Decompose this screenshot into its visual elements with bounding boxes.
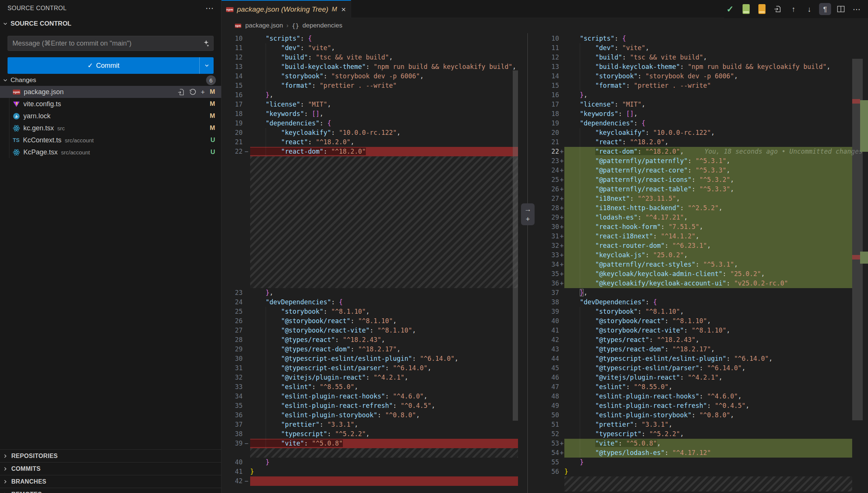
code-line: 12 "build": "tsc && vite build", <box>548 53 868 62</box>
code-text: } <box>564 458 868 467</box>
diff-marker <box>559 382 564 392</box>
line-number: 34 <box>222 392 243 401</box>
scm-file-row[interactable]: yarn.lockM <box>0 110 221 122</box>
code-text: "dev": "vite", <box>564 43 868 53</box>
code-line: 41 "@storybook/react-vite": "^8.1.10", <box>548 326 868 335</box>
stage-plus-icon[interactable]: + <box>526 215 530 223</box>
sidebar-section-remotes[interactable]: REMOTES <box>0 488 221 493</box>
diff-marker <box>243 429 250 439</box>
code-text: "keywords": [], <box>250 109 518 119</box>
code-text: } <box>250 467 518 476</box>
open-file-icon-button[interactable] <box>772 3 784 15</box>
line-number: 29 <box>548 213 559 222</box>
code-text: "@types/react": "^18.2.43", <box>564 335 868 345</box>
code-text: "scripts": { <box>250 34 518 43</box>
scm-file-row[interactable]: TSKcContext.tssrc/accountU <box>0 134 221 146</box>
line-number: 24 <box>548 166 559 175</box>
code-text: "dev": "vite", <box>250 43 518 53</box>
sidebar-section-branches[interactable]: BRANCHES <box>0 475 221 488</box>
editor-area: npm package.json (Working Tree) M × ✓↑↓¶… <box>222 0 868 493</box>
code-text: "react": "^18.2.0", <box>564 137 868 147</box>
code-text: "storybook": "storybook dev -p 6006", <box>564 72 868 81</box>
commit-dropdown-button[interactable] <box>199 57 214 74</box>
check-icon: ✓ <box>87 61 93 70</box>
line-number: 15 <box>222 81 243 90</box>
revert-arrow-icon[interactable]: → <box>524 205 532 214</box>
code-text: "devDependencies": { <box>564 298 868 307</box>
scm-file-row[interactable]: KcPage.tsxsrc/accountU <box>0 146 221 158</box>
check-icon-button[interactable]: ✓ <box>724 3 736 15</box>
diff-marker <box>559 411 564 420</box>
code-line: 15 "format": "prettier . --write" <box>222 81 518 90</box>
diff-marker <box>243 53 250 62</box>
line-number: 40 <box>548 316 559 326</box>
sidebar-section-repositories[interactable]: REPOSITORIES <box>0 449 221 462</box>
changes-section-header[interactable]: Changes 6 <box>0 75 221 86</box>
code-text: "format": "prettier . --write" <box>564 81 868 90</box>
code-text: "lodash-es": "^4.17.21", <box>564 213 868 222</box>
code-text: "devDependencies": { <box>250 298 518 307</box>
breadcrumb-member[interactable]: dependencies <box>303 22 342 29</box>
pilcrow-icon-button[interactable]: ¶ <box>819 3 831 15</box>
code-line: 44 "@typescript-eslint/eslint-plugin": "… <box>548 354 868 363</box>
discard-changes-icon[interactable] <box>189 89 196 96</box>
commit-message-input[interactable] <box>12 40 202 47</box>
line-number: 18 <box>222 109 243 119</box>
sidebar-section-commits[interactable]: COMMITS <box>0 462 221 475</box>
code-text: "eslint-plugin-storybook": "^0.8.0", <box>564 411 868 420</box>
diff-marker <box>243 43 250 53</box>
line-number: 14 <box>548 72 559 81</box>
line-number: 13 <box>222 62 243 72</box>
code-text: "@patternfly/react-table": "^5.3.3", <box>564 185 868 194</box>
code-text: "@storybook/react": "^8.1.10", <box>564 316 868 326</box>
code-line: 14 "storybook": "storybook dev -p 6006", <box>222 72 518 81</box>
more-actions-icon[interactable]: ⋯ <box>205 3 214 13</box>
overview-ruler-deleted-mark <box>852 99 860 104</box>
line-number: 25 <box>548 175 559 185</box>
code-line: 34 "eslint-plugin-react-hooks": "^4.6.0"… <box>222 392 518 401</box>
line-number: 32 <box>222 373 243 382</box>
close-icon[interactable]: × <box>341 5 346 14</box>
commit-button[interactable]: ✓ Commit <box>8 57 214 74</box>
stage-changes-icon[interactable]: + <box>201 89 205 96</box>
code-text: "keycloakify": "10.0.0-rc.122", <box>564 128 868 137</box>
diff-marker: + <box>559 175 564 185</box>
breadcrumb[interactable]: npm package.json › {} dependencies <box>222 18 868 33</box>
arrow-up-icon-button[interactable]: ↑ <box>787 3 799 15</box>
code-line: 37 }, <box>548 288 868 298</box>
code-text: "react": "^18.2.0", <box>250 137 518 147</box>
arrow-down-icon-button[interactable]: ↓ <box>803 3 815 15</box>
code-line: 10 "scripts": { <box>548 34 868 43</box>
diff-marker <box>243 382 250 392</box>
book-orange-icon-button[interactable] <box>756 3 768 15</box>
tab-package-json-working-tree[interactable]: npm package.json (Working Tree) M × <box>222 0 351 18</box>
code-line: 21 "react": "^18.2.0", <box>548 137 868 147</box>
code-text: "eslint-plugin-storybook": "^0.8.0", <box>250 411 518 420</box>
open-file-icon <box>773 5 782 13</box>
scm-file-row[interactable]: kc.gen.tsxsrcM <box>0 122 221 134</box>
line-number: 36 <box>548 279 559 288</box>
split-editor-icon-button[interactable] <box>835 3 847 15</box>
code-line: 25 "storybook": "^8.1.10", <box>222 307 518 316</box>
sparkle-icon[interactable] <box>202 40 209 47</box>
scm-file-row[interactable]: vite.config.tsM <box>0 98 221 110</box>
breadcrumb-file[interactable]: package.json <box>245 22 283 29</box>
code-text: "react-dom": "^18.2.0",You, 18 seconds a… <box>564 147 868 156</box>
goto-file-icon[interactable] <box>177 89 185 96</box>
source-control-section-header[interactable]: SOURCE CONTROL <box>0 18 221 29</box>
file-name: yarn.lock <box>23 112 50 120</box>
scrollbar[interactable] <box>513 70 518 421</box>
more-actions-icon-button[interactable]: ⋯ <box>851 3 863 15</box>
code-line: 11 "dev": "vite", <box>548 43 868 53</box>
book-green-icon-button[interactable] <box>740 3 752 15</box>
code-line: 28+ "i18next-http-backend": "^2.5.2", <box>548 203 868 213</box>
diff-marker <box>559 298 564 307</box>
changes-label: Changes <box>11 76 36 84</box>
code-text: "@storybook/react-vite": "^8.1.10", <box>564 326 868 335</box>
code-text: "prettier": "3.3.1", <box>564 420 868 429</box>
line-number: 38 <box>222 429 243 439</box>
scm-file-row[interactable]: npmpackage.json+M <box>0 86 221 98</box>
code-line: 48 "eslint-plugin-react-hooks": "^4.6.0"… <box>548 392 868 401</box>
diff-action-buttons[interactable]: → + <box>521 203 535 225</box>
code-line: 16 }, <box>222 90 518 100</box>
